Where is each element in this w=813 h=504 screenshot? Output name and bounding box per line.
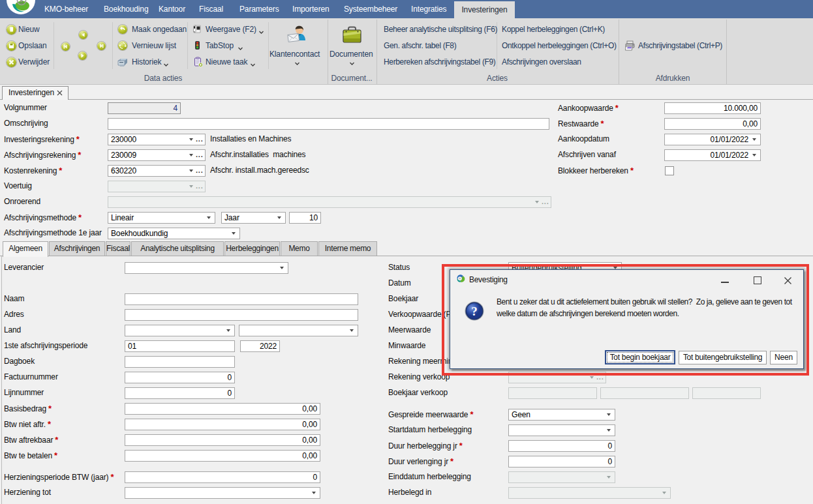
svg-text:a: a [20, 0, 23, 5]
